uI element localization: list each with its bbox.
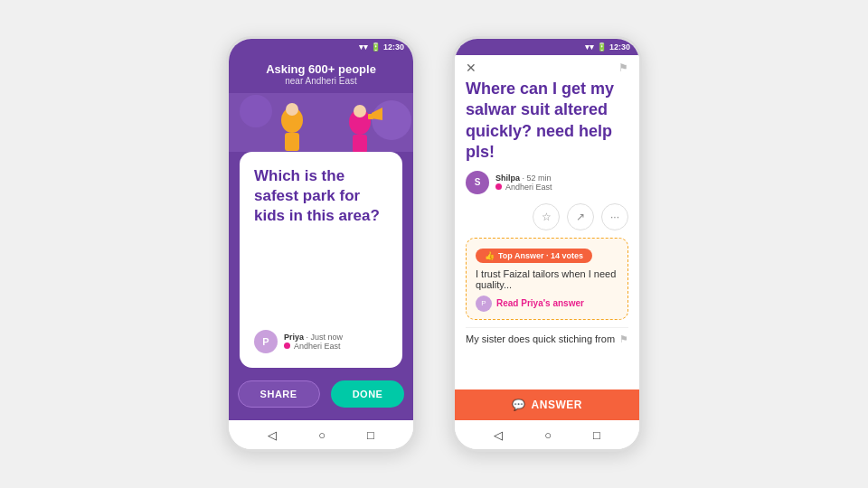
user-avatar-2: S — [466, 171, 489, 194]
flag-icon-2: ⚑ — [619, 333, 628, 345]
signal-icon: ▾▾ — [359, 42, 368, 52]
chat-icon: 💬 — [512, 399, 526, 411]
near-label: near Andheri East — [240, 76, 402, 86]
user-info-2: S Shilpa · 52 min Andheri East — [466, 171, 628, 194]
status-bar-2: ▾▾ 🔋 12:30 — [455, 39, 639, 55]
phone1-body: ▾▾ 🔋 12:30 Asking 600+ people near Andhe… — [229, 39, 413, 420]
phone1-bottom: SHARE DONE — [229, 368, 413, 420]
illustration — [229, 93, 413, 152]
svg-point-4 — [286, 103, 298, 116]
share-button-2[interactable]: ↗ — [567, 203, 594, 230]
flag-button[interactable]: ⚑ — [618, 61, 628, 74]
user-meta: Priya · Just now Andheri East — [284, 333, 343, 351]
top-answer-section: 👍 Top Answer · 14 votes I trust Faizal t… — [466, 238, 628, 320]
phone1-nav: ◁ ○ □ — [229, 420, 413, 449]
svg-point-7 — [354, 105, 366, 117]
question2-text: Where can I get my salwar suit altered q… — [466, 79, 628, 164]
time-display: 12:30 — [383, 42, 404, 52]
location-dot-2 — [495, 183, 502, 190]
time-display-2: 12:30 — [609, 42, 630, 52]
done-button[interactable]: DONE — [331, 380, 405, 408]
question-card: Which is the safest park for kids in thi… — [240, 152, 402, 368]
more-button[interactable]: ··· — [601, 203, 628, 230]
asking-label: Asking 600+ people — [240, 62, 402, 76]
phone-1: ▾▾ 🔋 12:30 Asking 600+ people near Andhe… — [226, 36, 416, 452]
read-link-text: Read Priya's answer — [496, 298, 584, 308]
phone1-header: Asking 600+ people near Andheri East — [229, 55, 413, 93]
user-location: Andheri East — [284, 342, 343, 351]
username: Priya · Just now — [284, 333, 343, 342]
phone2-body: ✕ ⚑ Where can I get my salwar suit alter… — [455, 55, 639, 420]
user-avatar: P — [254, 330, 278, 353]
svg-rect-8 — [353, 135, 367, 152]
second-answer: My sister does quick stiching from ⚑ — [466, 327, 628, 351]
svg-point-2 — [372, 100, 411, 140]
svg-rect-5 — [285, 133, 299, 151]
phone-2: ▾▾ 🔋 12:30 ✕ ⚑ Where can I get my salwar… — [452, 36, 642, 452]
recents-icon[interactable]: □ — [367, 428, 374, 442]
user-meta-2: Shilpa · 52 min Andheri East — [495, 174, 552, 192]
location-dot — [284, 343, 290, 349]
battery-icon-2: 🔋 — [597, 42, 607, 52]
status-bar-1: ▾▾ 🔋 12:30 — [229, 39, 413, 55]
svg-point-1 — [240, 95, 272, 127]
phone2-topbar: ✕ ⚑ — [455, 55, 639, 79]
read-link[interactable]: P Read Priya's answer — [476, 296, 618, 312]
home-icon-2[interactable]: ○ — [544, 428, 552, 442]
share-button[interactable]: SHARE — [238, 380, 320, 408]
back-icon[interactable]: ◁ — [268, 428, 277, 442]
status-icons: ▾▾ 🔋 12:30 — [359, 42, 404, 52]
phone2-content: Where can I get my salwar suit altered q… — [455, 79, 639, 389]
signal-icon-2: ▾▾ — [585, 42, 594, 52]
top-answer-badge: 👍 Top Answer · 14 votes — [476, 249, 592, 263]
username-2: Shilpa · 52 min — [495, 174, 552, 183]
star-button[interactable]: ☆ — [533, 203, 560, 230]
illustration-svg — [229, 93, 413, 152]
recents-icon-2[interactable]: □ — [593, 428, 600, 442]
user-time-2: 52 min — [527, 174, 552, 183]
thumbs-up-icon: 👍 — [485, 251, 495, 260]
home-icon[interactable]: ○ — [318, 428, 326, 442]
user-time: Just now — [311, 333, 344, 342]
question-text: Which is the safest park for kids in thi… — [254, 166, 388, 321]
svg-rect-10 — [368, 114, 373, 119]
user-location-2: Andheri East — [495, 183, 552, 192]
close-button[interactable]: ✕ — [466, 61, 476, 75]
user-info: P Priya · Just now Andheri East — [254, 330, 388, 353]
status-icons-2: ▾▾ 🔋 12:30 — [585, 42, 630, 52]
priya-avatar: P — [476, 296, 492, 312]
answer-preview: I trust Faizal tailors when I need quali… — [476, 268, 618, 290]
answer-button[interactable]: 💬 ANSWER — [455, 389, 639, 420]
phone2-nav: ◁ ○ □ — [455, 420, 639, 449]
battery-icon: 🔋 — [371, 42, 381, 52]
action-icons: ☆ ↗ ··· — [466, 203, 628, 230]
back-icon-2[interactable]: ◁ — [494, 428, 503, 442]
